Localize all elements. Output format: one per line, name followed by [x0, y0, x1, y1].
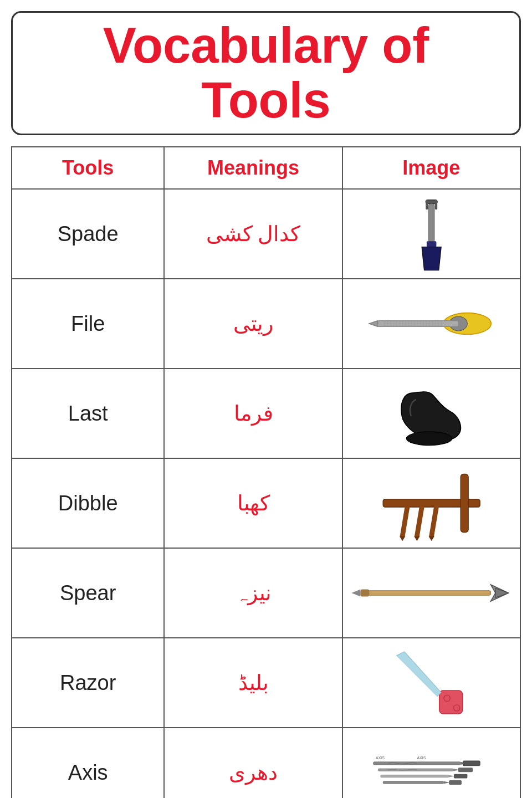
tool-urdu-meaning: دھری: [229, 761, 278, 784]
svg-text:AXIS: AXIS: [376, 756, 385, 760]
tool-english-name: Razor: [60, 671, 116, 694]
tool-name-last: Last: [12, 369, 164, 458]
tool-image-file: [342, 279, 520, 369]
svg-rect-2: [434, 200, 437, 210]
table-row: Fileریتی: [12, 279, 520, 369]
title-box: Vocabulary of Tools: [11, 11, 521, 135]
svg-rect-4: [427, 241, 437, 247]
table-row: Axisدھری AXIS AXIS: [12, 728, 520, 798]
svg-text:AXIS: AXIS: [417, 756, 426, 760]
svg-rect-41: [383, 781, 443, 784]
tool-name-spade: Spade: [12, 189, 164, 279]
tool-image-last: [342, 369, 520, 458]
svg-rect-25: [360, 590, 369, 597]
tool-name-spear: Spear: [12, 548, 164, 638]
header-meanings: Meanings: [164, 147, 342, 189]
spear-illustration: [349, 554, 514, 632]
tool-image-dibble: [342, 458, 520, 548]
spade-illustration: [349, 195, 514, 273]
tool-urdu-meaning: بلیڈ: [238, 671, 269, 694]
svg-rect-3: [428, 204, 434, 243]
tool-meaning-spade: کدال کشی: [164, 189, 342, 279]
svg-line-31: [396, 656, 437, 697]
tool-meaning-last: فرما: [164, 369, 342, 458]
svg-point-13: [406, 432, 452, 446]
file-illustration: [349, 285, 514, 362]
svg-line-16: [417, 507, 422, 536]
dibble-illustration: [349, 464, 514, 542]
tool-name-razor: Razor: [12, 638, 164, 728]
tool-image-razor: [342, 638, 520, 728]
svg-marker-18: [400, 536, 406, 541]
svg-rect-21: [461, 474, 468, 533]
tool-urdu-meaning: فرما: [234, 402, 273, 425]
svg-marker-20: [428, 536, 434, 541]
svg-rect-1: [426, 200, 428, 210]
svg-rect-35: [378, 769, 453, 771]
table-row: Spearنیزہ: [12, 548, 520, 638]
tool-image-spear: [342, 548, 520, 638]
tool-image-spade: [342, 189, 520, 279]
tool-urdu-meaning: کدال کشی: [206, 222, 301, 245]
tool-urdu-meaning: نیزہ: [235, 581, 272, 605]
svg-rect-22: [366, 591, 490, 596]
tool-english-name: Axis: [68, 761, 108, 784]
tool-name-dibble: Dibble: [12, 458, 164, 548]
svg-marker-5: [422, 247, 441, 270]
tool-meaning-file: ریتی: [164, 279, 342, 369]
svg-rect-34: [463, 761, 480, 766]
razor-illustration: [349, 644, 514, 722]
tool-meaning-razor: بلیڈ: [164, 638, 342, 728]
tool-meaning-spear: نیزہ: [164, 548, 342, 638]
tool-meaning-axis: دھری: [164, 728, 342, 798]
header-image: Image: [342, 147, 520, 189]
vocab-table: Tools Meanings Image Spadeکدال کشی Fileر…: [11, 146, 521, 798]
axis-illustration: AXIS AXIS: [349, 734, 514, 798]
svg-rect-38: [380, 775, 448, 777]
table-row: Razorبلیڈ: [12, 638, 520, 728]
page-title: Vocabulary of Tools: [35, 18, 497, 128]
table-row: Dibbleکھبا: [12, 458, 520, 548]
svg-rect-37: [458, 768, 472, 772]
table-row: Spadeکدال کشی: [12, 189, 520, 279]
svg-rect-40: [454, 774, 468, 779]
tool-english-name: Spear: [60, 581, 116, 605]
svg-marker-26: [351, 590, 360, 597]
svg-marker-30: [396, 652, 441, 697]
tool-english-name: Spade: [58, 222, 119, 245]
tool-name-file: File: [12, 279, 164, 369]
tool-english-name: File: [71, 312, 105, 335]
tool-meaning-dibble: کھبا: [164, 458, 342, 548]
tool-english-name: Last: [68, 402, 108, 425]
svg-marker-12: [369, 321, 377, 327]
tool-name-axis: Axis: [12, 728, 164, 798]
tool-urdu-meaning: ریتی: [233, 312, 273, 335]
header-tools: Tools: [12, 147, 164, 189]
tool-image-axis: AXIS AXIS: [342, 728, 520, 798]
table-row: Lastفرما: [12, 369, 520, 458]
last-illustration: [349, 375, 514, 452]
tool-urdu-meaning: کھبا: [237, 492, 270, 515]
svg-rect-43: [449, 780, 462, 785]
tool-english-name: Dibble: [58, 492, 118, 515]
svg-line-17: [431, 507, 436, 536]
svg-line-15: [402, 507, 407, 536]
svg-marker-19: [414, 536, 420, 541]
